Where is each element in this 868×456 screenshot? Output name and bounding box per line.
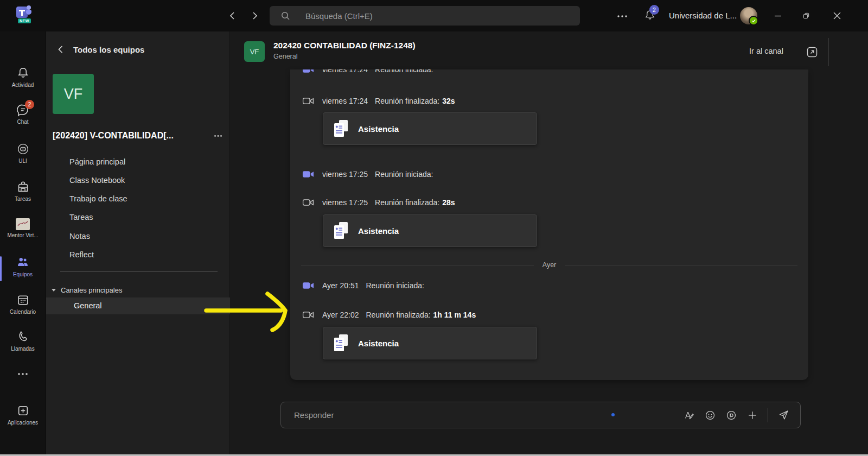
- rail-more-apps-button[interactable]: [0, 372, 46, 376]
- sidebar-divider: [60, 271, 218, 272]
- composer-divider: [768, 408, 768, 422]
- teams-people-icon: [16, 255, 30, 269]
- minimize-icon: [774, 12, 782, 20]
- chevron-left-icon: [57, 45, 65, 54]
- event-time: viernes 17:25: [322, 170, 368, 179]
- loop-icon: [726, 410, 737, 421]
- attendance-report-icon: [333, 221, 349, 240]
- notification-badge: 2: [649, 5, 659, 15]
- attendance-card[interactable]: Asistencia: [323, 112, 537, 145]
- attendance-card-label: Asistencia: [358, 226, 399, 236]
- sidebar-item-pagina-principal[interactable]: Página principal: [69, 156, 125, 168]
- event-time: Ayer 22:02: [322, 311, 359, 319]
- attendance-card-label: Asistencia: [358, 339, 399, 348]
- attendance-card-label: Asistencia: [358, 124, 399, 134]
- phone-icon: [16, 330, 30, 344]
- app-rail: Actividad 2 Chat ULI Tareas Me: [0, 31, 46, 456]
- camera-filled-icon: [302, 69, 314, 74]
- rail-item-aplicaciones[interactable]: Aplicaciones: [0, 404, 46, 426]
- main-area: VF 202420 CONTABILIDAD (FINZ-1248) Gener…: [230, 31, 868, 456]
- event-label: Reunión finalizada:: [366, 311, 430, 319]
- attendance-card[interactable]: Asistencia: [323, 327, 537, 359]
- meeting-event-row: viernes 17:25 Reunión finalizada: 28s: [302, 197, 455, 208]
- event-label: Reunión finalizada:: [375, 97, 439, 105]
- meeting-event-row: Ayer 22:02 Reunión finalizada: 1h 11 m 1…: [302, 309, 476, 321]
- search-input[interactable]: [304, 11, 580, 21]
- rail-item-chat[interactable]: 2 Chat: [0, 103, 46, 125]
- message-panel[interactable]: viernes 17:24 Reunión iniciada: viernes …: [290, 69, 808, 380]
- date-divider-label: Ayer: [542, 261, 556, 269]
- attendance-card[interactable]: Asistencia: [323, 214, 537, 247]
- header-divider: [828, 38, 829, 66]
- search-box[interactable]: [270, 6, 580, 26]
- camera-outline-icon: [302, 96, 314, 106]
- sidebar-item-class-notebook[interactable]: Class Notebook: [69, 174, 125, 186]
- reply-input[interactable]: [281, 410, 681, 420]
- channels-group-toggle[interactable]: Canales principales: [51, 284, 122, 295]
- event-label: Reunión iniciada:: [366, 281, 424, 290]
- backpack-icon: [16, 180, 30, 194]
- channel-item-general[interactable]: General: [46, 297, 231, 314]
- meeting-event-row: viernes 17:24 Reunión finalizada: 32s: [302, 95, 455, 107]
- team-avatar[interactable]: VF: [53, 74, 94, 114]
- bell-icon: [16, 66, 30, 80]
- rail-item-calendario[interactable]: Calendario: [0, 293, 46, 315]
- event-time: viernes 17:24: [322, 69, 368, 74]
- close-icon: [833, 12, 841, 20]
- camera-outline-icon: [302, 198, 314, 207]
- plus-icon: [747, 410, 758, 421]
- rail-item-llamadas[interactable]: Llamadas: [0, 330, 46, 352]
- ellipsis-icon: [617, 15, 628, 18]
- rail-item-uli[interactable]: ULI: [0, 142, 46, 164]
- restore-icon: [802, 11, 810, 20]
- rail-item-actividad[interactable]: Actividad: [0, 66, 46, 88]
- team-options-button[interactable]: [211, 130, 225, 141]
- channel-subtitle: General: [273, 53, 297, 60]
- meeting-event-row: viernes 17:25 Reunión iniciada:: [302, 168, 433, 180]
- reply-composer[interactable]: [280, 402, 801, 428]
- title-bar: NEW 2 Universidad de L...: [0, 0, 868, 31]
- restore-button[interactable]: [793, 0, 819, 31]
- blue-dot-indicator: [611, 413, 615, 416]
- attendance-report-icon: [333, 119, 349, 138]
- apps-plus-icon: [16, 404, 30, 417]
- date-divider: Ayer: [301, 261, 797, 269]
- chevron-left-icon: [228, 11, 237, 20]
- search-icon: [280, 11, 290, 21]
- team-sidebar: Todos los equipos VF [202420] V-CONTABIL…: [46, 31, 230, 456]
- loop-component-button[interactable]: [723, 407, 739, 423]
- attach-actions-button[interactable]: [744, 407, 761, 423]
- all-teams-back-button[interactable]: Todos los equipos: [57, 43, 144, 55]
- camera-filled-icon: [302, 281, 314, 290]
- event-time: viernes 17:24: [322, 97, 368, 105]
- notifications-button[interactable]: 2: [643, 9, 660, 25]
- rail-item-equipos[interactable]: Equipos: [0, 255, 46, 277]
- sidebar-item-trabajo-de-clase[interactable]: Trabajo de clase: [69, 193, 127, 205]
- attendance-report-icon: [333, 334, 349, 352]
- emoji-button[interactable]: [702, 407, 718, 423]
- more-options-button[interactable]: [612, 10, 633, 23]
- event-time: Ayer 20:51: [322, 281, 359, 290]
- sidebar-item-tareas[interactable]: Tareas: [69, 211, 93, 223]
- rail-item-mentor-virtual[interactable]: Mentor Virt...: [0, 218, 46, 238]
- sidebar-item-notas[interactable]: Notas: [69, 230, 90, 242]
- rail-item-tareas[interactable]: Tareas: [0, 180, 46, 202]
- event-label: Reunión iniciada:: [375, 69, 433, 74]
- format-button[interactable]: [681, 407, 697, 423]
- minimize-button[interactable]: [765, 0, 791, 31]
- uli-bot-icon: [16, 142, 30, 156]
- back-button[interactable]: [225, 8, 241, 23]
- calendar-icon: [16, 293, 30, 307]
- sidebar-item-reflect[interactable]: Reflect: [69, 249, 94, 261]
- forward-button[interactable]: [246, 8, 263, 23]
- send-icon: [778, 409, 789, 421]
- meeting-event-row: viernes 17:24 Reunión iniciada:: [302, 69, 433, 75]
- chevron-right-icon: [250, 11, 259, 20]
- event-duration: 1h 11 m 14s: [433, 311, 476, 319]
- close-button[interactable]: [821, 0, 853, 31]
- open-in-window-button[interactable]: [806, 46, 820, 60]
- go-to-channel-link[interactable]: Ir al canal: [749, 47, 783, 55]
- send-button[interactable]: [775, 407, 792, 423]
- user-avatar[interactable]: [740, 7, 757, 24]
- event-label: Reunión finalizada:: [375, 198, 439, 207]
